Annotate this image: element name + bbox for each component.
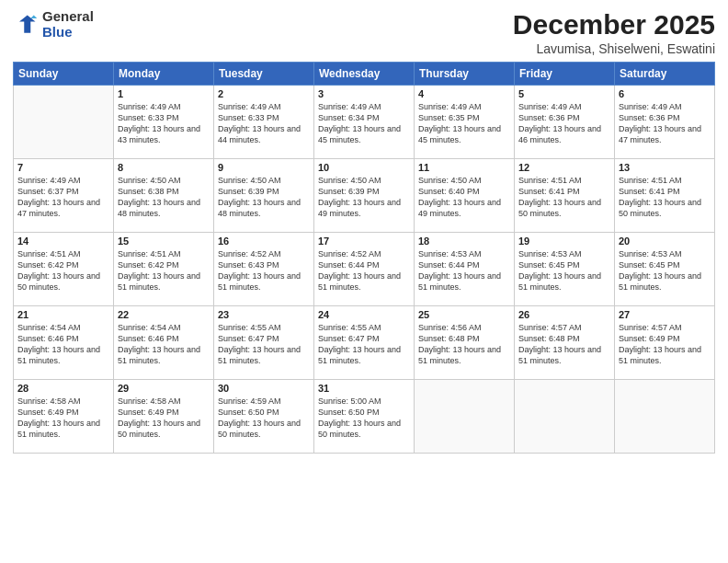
calendar: SundayMondayTuesdayWednesdayThursdayFrid… bbox=[13, 62, 715, 454]
location: Lavumisa, Shiselweni, Eswatini bbox=[513, 41, 715, 56]
day-info: Sunrise: 4:54 AM Sunset: 6:46 PM Dayligh… bbox=[118, 322, 210, 367]
calendar-cell: 31Sunrise: 5:00 AM Sunset: 6:50 PM Dayli… bbox=[314, 380, 415, 454]
calendar-week-row: 28Sunrise: 4:58 AM Sunset: 6:49 PM Dayli… bbox=[14, 380, 715, 454]
day-info: Sunrise: 4:49 AM Sunset: 6:36 PM Dayligh… bbox=[518, 101, 610, 146]
calendar-cell: 6Sunrise: 4:49 AM Sunset: 6:36 PM Daylig… bbox=[615, 86, 715, 159]
weekday-header: Thursday bbox=[415, 63, 515, 86]
day-info: Sunrise: 4:55 AM Sunset: 6:47 PM Dayligh… bbox=[318, 322, 410, 367]
calendar-cell: 18Sunrise: 4:53 AM Sunset: 6:44 PM Dayli… bbox=[415, 233, 515, 306]
calendar-week-row: 14Sunrise: 4:51 AM Sunset: 6:42 PM Dayli… bbox=[14, 233, 715, 306]
day-number: 12 bbox=[518, 162, 610, 173]
calendar-cell: 22Sunrise: 4:54 AM Sunset: 6:46 PM Dayli… bbox=[114, 306, 214, 380]
day-number: 15 bbox=[118, 236, 210, 247]
day-number: 3 bbox=[318, 88, 410, 99]
day-number: 28 bbox=[17, 383, 109, 394]
calendar-cell: 16Sunrise: 4:52 AM Sunset: 6:43 PM Dayli… bbox=[214, 233, 314, 306]
calendar-cell bbox=[615, 380, 715, 454]
day-info: Sunrise: 4:51 AM Sunset: 6:42 PM Dayligh… bbox=[118, 248, 210, 293]
calendar-cell: 5Sunrise: 4:49 AM Sunset: 6:36 PM Daylig… bbox=[515, 86, 615, 159]
calendar-cell: 28Sunrise: 4:58 AM Sunset: 6:49 PM Dayli… bbox=[14, 380, 114, 454]
calendar-cell: 13Sunrise: 4:51 AM Sunset: 6:41 PM Dayli… bbox=[615, 159, 715, 233]
day-number: 24 bbox=[318, 309, 410, 320]
calendar-cell: 29Sunrise: 4:58 AM Sunset: 6:49 PM Dayli… bbox=[114, 380, 214, 454]
calendar-cell: 2Sunrise: 4:49 AM Sunset: 6:33 PM Daylig… bbox=[214, 86, 314, 159]
day-info: Sunrise: 4:55 AM Sunset: 6:47 PM Dayligh… bbox=[218, 322, 310, 367]
calendar-cell: 9Sunrise: 4:50 AM Sunset: 6:39 PM Daylig… bbox=[214, 159, 314, 233]
calendar-cell: 30Sunrise: 4:59 AM Sunset: 6:50 PM Dayli… bbox=[214, 380, 314, 454]
month-title: December 2025 bbox=[513, 9, 715, 40]
day-number: 19 bbox=[518, 236, 610, 247]
calendar-cell: 12Sunrise: 4:51 AM Sunset: 6:41 PM Dayli… bbox=[515, 159, 615, 233]
day-number: 4 bbox=[418, 88, 510, 99]
day-info: Sunrise: 4:51 AM Sunset: 6:41 PM Dayligh… bbox=[518, 175, 610, 220]
day-number: 26 bbox=[518, 309, 610, 320]
calendar-cell: 4Sunrise: 4:49 AM Sunset: 6:35 PM Daylig… bbox=[415, 86, 515, 159]
day-number: 2 bbox=[218, 88, 310, 99]
weekday-header: Friday bbox=[515, 63, 615, 86]
calendar-cell: 27Sunrise: 4:57 AM Sunset: 6:49 PM Dayli… bbox=[615, 306, 715, 380]
day-info: Sunrise: 4:52 AM Sunset: 6:44 PM Dayligh… bbox=[318, 248, 410, 293]
logo-text: General Blue bbox=[42, 9, 94, 40]
calendar-cell: 20Sunrise: 4:53 AM Sunset: 6:45 PM Dayli… bbox=[615, 233, 715, 306]
day-info: Sunrise: 4:53 AM Sunset: 6:45 PM Dayligh… bbox=[619, 248, 711, 293]
weekday-header: Tuesday bbox=[214, 63, 314, 86]
day-info: Sunrise: 4:49 AM Sunset: 6:36 PM Dayligh… bbox=[619, 101, 711, 146]
calendar-cell: 17Sunrise: 4:52 AM Sunset: 6:44 PM Dayli… bbox=[314, 233, 415, 306]
day-info: Sunrise: 4:53 AM Sunset: 6:44 PM Dayligh… bbox=[418, 248, 510, 293]
calendar-cell bbox=[515, 380, 615, 454]
calendar-cell: 25Sunrise: 4:56 AM Sunset: 6:48 PM Dayli… bbox=[415, 306, 515, 380]
header: General Blue December 2025 Lavumisa, Shi… bbox=[13, 9, 715, 56]
day-number: 10 bbox=[318, 162, 410, 173]
day-info: Sunrise: 4:58 AM Sunset: 6:49 PM Dayligh… bbox=[17, 396, 109, 441]
day-number: 8 bbox=[118, 162, 210, 173]
calendar-week-row: 1Sunrise: 4:49 AM Sunset: 6:33 PM Daylig… bbox=[14, 86, 715, 159]
day-number: 22 bbox=[118, 309, 210, 320]
calendar-cell: 8Sunrise: 4:50 AM Sunset: 6:38 PM Daylig… bbox=[114, 159, 214, 233]
day-number: 29 bbox=[118, 383, 210, 394]
day-info: Sunrise: 4:51 AM Sunset: 6:42 PM Dayligh… bbox=[17, 248, 109, 293]
day-info: Sunrise: 4:57 AM Sunset: 6:49 PM Dayligh… bbox=[619, 322, 711, 367]
calendar-week-row: 7Sunrise: 4:49 AM Sunset: 6:37 PM Daylig… bbox=[14, 159, 715, 233]
day-info: Sunrise: 4:51 AM Sunset: 6:41 PM Dayligh… bbox=[619, 175, 711, 220]
day-info: Sunrise: 4:58 AM Sunset: 6:49 PM Dayligh… bbox=[118, 396, 210, 441]
day-number: 7 bbox=[17, 162, 109, 173]
day-info: Sunrise: 4:57 AM Sunset: 6:48 PM Dayligh… bbox=[518, 322, 610, 367]
calendar-cell bbox=[415, 380, 515, 454]
calendar-cell: 21Sunrise: 4:54 AM Sunset: 6:46 PM Dayli… bbox=[14, 306, 114, 380]
calendar-cell: 14Sunrise: 4:51 AM Sunset: 6:42 PM Dayli… bbox=[14, 233, 114, 306]
day-number: 21 bbox=[17, 309, 109, 320]
day-info: Sunrise: 4:50 AM Sunset: 6:40 PM Dayligh… bbox=[418, 175, 510, 220]
day-number: 20 bbox=[619, 236, 711, 247]
day-info: Sunrise: 4:49 AM Sunset: 6:37 PM Dayligh… bbox=[17, 175, 109, 220]
calendar-cell: 7Sunrise: 4:49 AM Sunset: 6:37 PM Daylig… bbox=[14, 159, 114, 233]
page: General Blue December 2025 Lavumisa, Shi… bbox=[0, 0, 728, 563]
day-info: Sunrise: 4:49 AM Sunset: 6:33 PM Dayligh… bbox=[218, 101, 310, 146]
logo: General Blue bbox=[13, 9, 94, 40]
calendar-cell: 19Sunrise: 4:53 AM Sunset: 6:45 PM Dayli… bbox=[515, 233, 615, 306]
weekday-header: Monday bbox=[114, 63, 214, 86]
day-number: 13 bbox=[619, 162, 711, 173]
day-info: Sunrise: 4:53 AM Sunset: 6:45 PM Dayligh… bbox=[518, 248, 610, 293]
day-info: Sunrise: 5:00 AM Sunset: 6:50 PM Dayligh… bbox=[318, 396, 410, 441]
calendar-cell: 23Sunrise: 4:55 AM Sunset: 6:47 PM Dayli… bbox=[214, 306, 314, 380]
logo-icon bbox=[13, 12, 39, 38]
day-number: 23 bbox=[218, 309, 310, 320]
logo-general: General bbox=[42, 9, 94, 25]
day-info: Sunrise: 4:54 AM Sunset: 6:46 PM Dayligh… bbox=[17, 322, 109, 367]
day-info: Sunrise: 4:49 AM Sunset: 6:34 PM Dayligh… bbox=[318, 101, 410, 146]
day-number: 9 bbox=[218, 162, 310, 173]
day-number: 31 bbox=[318, 383, 410, 394]
day-info: Sunrise: 4:52 AM Sunset: 6:43 PM Dayligh… bbox=[218, 248, 310, 293]
calendar-week-row: 21Sunrise: 4:54 AM Sunset: 6:46 PM Dayli… bbox=[14, 306, 715, 380]
day-number: 25 bbox=[418, 309, 510, 320]
calendar-cell: 15Sunrise: 4:51 AM Sunset: 6:42 PM Dayli… bbox=[114, 233, 214, 306]
day-number: 30 bbox=[218, 383, 310, 394]
day-info: Sunrise: 4:49 AM Sunset: 6:35 PM Dayligh… bbox=[418, 101, 510, 146]
calendar-cell: 3Sunrise: 4:49 AM Sunset: 6:34 PM Daylig… bbox=[314, 86, 415, 159]
calendar-cell: 24Sunrise: 4:55 AM Sunset: 6:47 PM Dayli… bbox=[314, 306, 415, 380]
logo-blue: Blue bbox=[42, 25, 94, 40]
calendar-cell: 1Sunrise: 4:49 AM Sunset: 6:33 PM Daylig… bbox=[114, 86, 214, 159]
day-number: 27 bbox=[619, 309, 711, 320]
day-number: 17 bbox=[318, 236, 410, 247]
day-info: Sunrise: 4:50 AM Sunset: 6:38 PM Dayligh… bbox=[118, 175, 210, 220]
